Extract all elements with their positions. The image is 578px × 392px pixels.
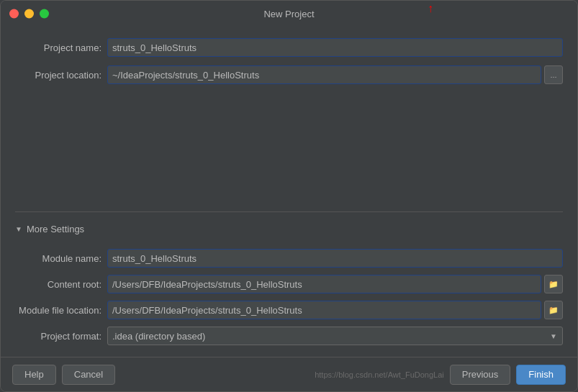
- module-name-row: Module name:: [15, 249, 563, 268]
- content-root-browse-button[interactable]: 📁: [544, 275, 563, 293]
- project-location-label: Project location:: [15, 70, 101, 81]
- project-format-row: Project format: .idea (directory based) …: [15, 327, 563, 345]
- divider: [15, 211, 563, 212]
- previous-button[interactable]: Previous: [450, 365, 511, 385]
- maximize-button[interactable]: [40, 9, 49, 19]
- minimize-button[interactable]: [24, 9, 34, 19]
- new-project-dialog: ↑ New Project Project name: Project loca…: [0, 0, 578, 392]
- dialog-title: New Project: [263, 9, 314, 19]
- module-file-location-row: Module file location: 📁: [15, 301, 563, 319]
- project-location-input[interactable]: [107, 65, 541, 84]
- content-root-field-group: 📁: [107, 275, 563, 293]
- module-file-location-browse-button[interactable]: 📁: [544, 301, 563, 319]
- spacer: [15, 93, 563, 200]
- arrow-indicator: ↑: [428, 2, 433, 15]
- content-root-label: Content root:: [15, 279, 101, 290]
- project-location-browse-button[interactable]: ...: [544, 65, 563, 84]
- more-settings-toggle[interactable]: ▼ More Settings: [15, 224, 563, 234]
- project-format-select[interactable]: .idea (directory based) .ipr (file based…: [107, 327, 563, 345]
- window-controls: [9, 9, 49, 19]
- close-button[interactable]: [9, 9, 19, 19]
- module-file-location-field-group: 📁: [107, 301, 563, 319]
- cancel-button[interactable]: Cancel: [62, 365, 115, 385]
- module-file-location-input[interactable]: [107, 301, 541, 319]
- project-name-row: Project name:: [15, 38, 563, 57]
- dialog-body: Project name: Project location: ... ▼ Mo…: [1, 27, 577, 357]
- module-name-label: Module name:: [15, 253, 101, 264]
- module-name-input[interactable]: [107, 249, 563, 268]
- more-settings-label: More Settings: [27, 224, 84, 234]
- finish-button[interactable]: Finish: [516, 365, 566, 385]
- folder-icon: 📁: [548, 280, 559, 289]
- project-location-row: Project location: ...: [15, 65, 563, 84]
- content-root-input[interactable]: [107, 275, 541, 293]
- project-name-input[interactable]: [107, 38, 563, 57]
- content-root-row: Content root: 📁: [15, 275, 563, 293]
- dialog-footer: Help Cancel https://blog.csdn.net/Awt_Fu…: [1, 357, 577, 391]
- project-format-select-wrapper: .idea (directory based) .ipr (file based…: [107, 327, 563, 345]
- project-name-label: Project name:: [15, 42, 101, 53]
- title-bar: ↑ New Project: [1, 1, 577, 27]
- footer-left-buttons: Help Cancel: [12, 365, 115, 385]
- chevron-down-icon: ▼: [15, 225, 22, 233]
- module-file-location-label: Module file location:: [15, 305, 101, 316]
- folder-icon-2: 📁: [548, 306, 559, 315]
- footer-url: https://blog.csdn.net/Awt_FuDongLai: [315, 370, 444, 379]
- footer-right: https://blog.csdn.net/Awt_FuDongLai Prev…: [315, 365, 566, 385]
- project-location-field-group: ...: [107, 65, 563, 84]
- more-settings-body: Module name: Content root: 📁 Module file…: [15, 243, 563, 345]
- project-format-label: Project format:: [15, 331, 101, 342]
- help-button[interactable]: Help: [12, 365, 56, 385]
